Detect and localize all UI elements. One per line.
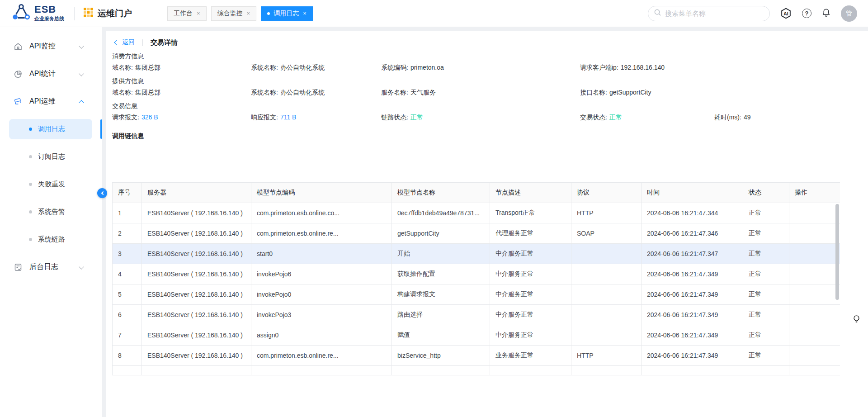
- logo-subtitle: 企业服务总线: [34, 15, 64, 22]
- cell-protocol: SOAP: [571, 223, 642, 244]
- chevron-up-icon: [79, 100, 84, 105]
- table-row[interactable]: 2 ESB140Server ( 192.168.16.140 ) com.pr…: [113, 223, 840, 244]
- sidebar-item-label: 后台日志: [29, 262, 58, 272]
- table-scrollbar[interactable]: [835, 204, 839, 300]
- cell-time: 2024-06-06 16:21:47.347: [642, 244, 743, 264]
- field-label: 链路状态:: [381, 114, 408, 121]
- field-value[interactable]: 正常: [609, 114, 622, 121]
- cell-status: 正常: [743, 346, 789, 366]
- sidebar-item-api-statistics[interactable]: API统计: [0, 60, 102, 88]
- cell-action: [789, 284, 840, 305]
- table-row[interactable]: 5 ESB140Server ( 192.168.16.140 ) invoke…: [113, 284, 840, 305]
- cell-node-code: com.primeton.esb.online.co...: [251, 203, 392, 223]
- cell-time: 2024-06-06 16:21:47.349: [642, 264, 743, 284]
- sidebar-subitem[interactable]: 调用日志: [0, 115, 102, 143]
- call-chain-title: 调用链信息: [112, 131, 868, 140]
- chevron-left-icon: [101, 191, 104, 195]
- sidebar-subitem[interactable]: 系统告警: [0, 198, 102, 226]
- field-value: 192.168.16.140: [621, 64, 665, 71]
- field-label: 请求客户端ip:: [580, 64, 618, 71]
- field-value: 集团总部: [135, 64, 160, 71]
- sidebar-item-backend-logs[interactable]: 后台日志: [0, 253, 102, 281]
- field-value: primeton.oa: [410, 64, 444, 71]
- table-row[interactable]: 3 ESB140Server ( 192.168.16.140 ) start0…: [113, 244, 840, 264]
- close-icon[interactable]: ×: [247, 10, 250, 17]
- table-row[interactable]: 4 ESB140Server ( 192.168.16.140 ) invoke…: [113, 264, 840, 284]
- field-value: 集团总部: [135, 89, 160, 96]
- cell-protocol: [571, 284, 642, 305]
- detail-field: 接口名称:getSupportCity: [580, 88, 714, 97]
- search-input[interactable]: [665, 9, 760, 17]
- esb-network-icon: [12, 3, 31, 24]
- tab-call-log[interactable]: 调用日志 ×: [261, 6, 313, 21]
- sidebar-subitem[interactable]: 系统链路: [0, 226, 102, 253]
- column-header: 节点描述: [490, 183, 571, 203]
- active-tab-dot: [267, 12, 270, 15]
- sidebar-item-api-monitoring[interactable]: API监控: [0, 33, 102, 60]
- provider-section-label: 提供方信息: [112, 76, 868, 85]
- field-value[interactable]: 49: [744, 114, 751, 121]
- table-row[interactable]: 7 ESB140Server ( 192.168.16.140 ) assign…: [113, 325, 840, 346]
- close-icon[interactable]: ×: [303, 10, 307, 17]
- tab-monitoring[interactable]: 综合监控 ×: [211, 6, 257, 21]
- user-avatar[interactable]: 管: [841, 5, 857, 22]
- cell-node-name: bizService_http: [392, 346, 490, 366]
- cell-action: [789, 325, 840, 346]
- column-header: 模型节点名称: [392, 183, 490, 203]
- cell-node-name: 路由选择: [392, 305, 490, 325]
- sidebar-item-api-operations[interactable]: API运维: [0, 88, 102, 115]
- call-chain-table: 序号服务器模型节点编码模型节点名称节点描述协议时间状态操作 1 ESB140Se…: [112, 182, 840, 375]
- home-icon: [14, 42, 23, 51]
- tab-label: 综合监控: [217, 9, 243, 18]
- notifications-button[interactable]: [821, 8, 831, 19]
- field-value[interactable]: 326 B: [142, 114, 158, 121]
- provider-fields: 域名称:集团总部 系统名称:办公自动化系统 服务名称:天气服务 接口名称:get…: [112, 88, 868, 97]
- sidebar-subitem-label: 系统告警: [38, 208, 65, 216]
- table-row[interactable]: 1 ESB140Server ( 192.168.16.140 ) com.pr…: [113, 203, 840, 223]
- cell-node-name: getSupportCity: [392, 223, 490, 244]
- cell-no: 4: [113, 264, 142, 284]
- cell-server: ESB140Server ( 192.168.16.140 ): [142, 223, 251, 244]
- ai-assistant-button[interactable]: AI: [780, 7, 792, 19]
- esb-logo: ESB 企业服务总线: [12, 3, 64, 24]
- field-value: getSupportCity: [609, 89, 651, 96]
- help-button[interactable]: ?: [802, 9, 811, 18]
- svg-text:AI: AI: [783, 11, 788, 16]
- field-label: 域名称:: [112, 89, 133, 96]
- question-icon: ?: [802, 9, 811, 18]
- column-header: 时间: [642, 183, 743, 203]
- cell-node-code: invokePojo3: [251, 305, 392, 325]
- close-icon[interactable]: ×: [197, 10, 200, 17]
- tab-workbench[interactable]: 工作台 ×: [167, 6, 207, 21]
- table-row[interactable]: 6 ESB140Server ( 192.168.16.140 ) invoke…: [113, 305, 840, 325]
- page-title: 交易详情: [151, 38, 178, 47]
- cell-node-code: invokePojo0: [251, 284, 392, 305]
- cell-protocol: [571, 244, 642, 264]
- sidebar-item-label: API监控: [29, 42, 56, 51]
- sidebar-subitem[interactable]: 失败重发: [0, 171, 102, 198]
- detail-field: 系统编码:primeton.oa: [381, 63, 580, 72]
- cell-description: 中介服务正常: [490, 305, 571, 325]
- cell-action: [789, 346, 840, 366]
- pie-chart-icon: [14, 70, 23, 79]
- cell-no: 7: [113, 325, 142, 346]
- menu-search[interactable]: [648, 6, 770, 21]
- cell-node-name: 获取操作配置: [392, 264, 490, 284]
- sidebar-subitem[interactable]: 订阅日志: [0, 143, 102, 171]
- cell-time: 2024-06-06 16:21:47.346: [642, 223, 743, 244]
- lightbulb-icon[interactable]: [852, 315, 861, 325]
- field-value[interactable]: 正常: [410, 114, 423, 121]
- cell-node-code: start0: [251, 244, 392, 264]
- chevron-down-icon: [79, 43, 84, 48]
- field-value[interactable]: 711 B: [280, 114, 297, 121]
- cell-protocol: HTTP: [571, 203, 642, 223]
- sidebar-collapse-button[interactable]: [97, 188, 107, 198]
- table-header-row: 序号服务器模型节点编码模型节点名称节点描述协议时间状态操作: [113, 183, 840, 203]
- cell-status: 正常: [743, 325, 789, 346]
- field-label: 响应报文:: [251, 114, 278, 121]
- detail-field: 链路状态:正常: [381, 113, 580, 122]
- back-button[interactable]: 返回: [112, 38, 135, 47]
- table-row[interactable]: 8 ESB140Server ( 192.168.16.140 ) com.pr…: [113, 346, 840, 366]
- table-row-partial: [113, 366, 840, 376]
- cell-description: Transport正常: [490, 203, 571, 223]
